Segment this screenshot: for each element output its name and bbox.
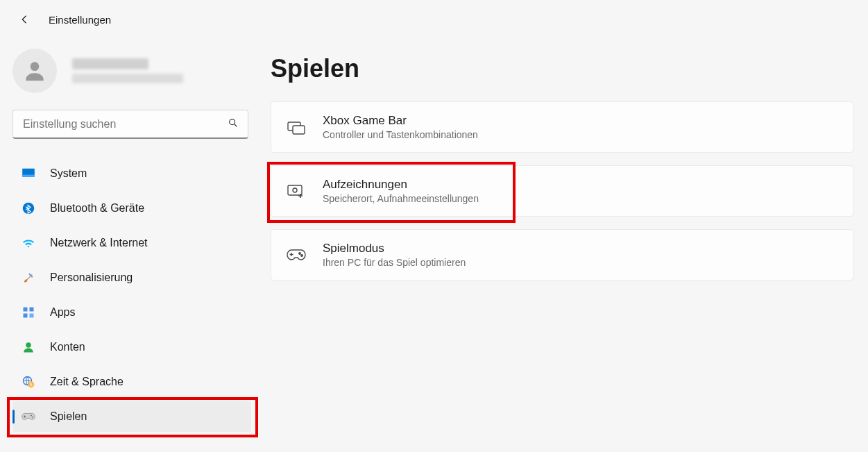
user-profile[interactable] [12, 42, 251, 110]
search-input[interactable] [12, 110, 248, 139]
svg-rect-6 [30, 308, 34, 312]
settings-cards: Xbox Game Bar Controller und Tastenkombi… [271, 101, 868, 281]
user-icon [21, 340, 36, 355]
svg-rect-16 [288, 185, 302, 195]
back-button[interactable] [18, 12, 32, 26]
wifi-icon [21, 235, 36, 251]
nav-item-apps[interactable]: Apps [12, 297, 251, 328]
globe-clock-icon [21, 374, 36, 390]
svg-rect-7 [24, 314, 28, 318]
card-subtitle: Ihren PC für das Spiel optimieren [323, 257, 466, 268]
user-name-redacted [72, 58, 148, 69]
card-subtitle: Controller und Tastenkombinationen [323, 129, 478, 140]
bluetooth-icon [21, 201, 36, 216]
app-title: Einstellungen [49, 14, 111, 26]
nav-label: Spielen [50, 410, 87, 423]
user-email-redacted [72, 74, 183, 83]
svg-rect-5 [24, 308, 28, 312]
nav-label: Bluetooth & Geräte [50, 202, 144, 215]
card-xbox-game-bar[interactable]: Xbox Game Bar Controller und Tastenkombi… [271, 101, 853, 153]
svg-point-17 [293, 188, 297, 192]
card-subtitle: Speicherort, Aufnahmeeinstellungen [323, 193, 479, 204]
page-title: Spielen [271, 54, 868, 83]
svg-rect-15 [293, 126, 305, 134]
avatar [12, 49, 57, 93]
gamepad-icon [21, 409, 36, 424]
nav-item-bluetooth[interactable]: Bluetooth & Geräte [12, 193, 251, 224]
brush-icon [21, 270, 36, 285]
card-title: Xbox Game Bar [323, 114, 478, 128]
card-title: Spielmodus [323, 242, 466, 256]
nav-label: System [50, 167, 87, 180]
xbox-bar-icon [287, 117, 306, 137]
svg-point-12 [31, 415, 32, 416]
main-content: Spielen Xbox Game Bar Controller und Tas… [264, 33, 868, 432]
nav-label: Zeit & Sprache [50, 376, 124, 388]
svg-point-9 [26, 342, 31, 348]
controller-icon [287, 245, 306, 265]
svg-point-0 [31, 62, 40, 71]
capture-icon [287, 181, 306, 201]
card-title: Aufzeichnungen [323, 178, 479, 192]
nav-label: Konten [50, 341, 85, 353]
card-game-mode[interactable]: Spielmodus Ihren PC für das Spiel optimi… [271, 229, 853, 281]
nav-label: Netzwerk & Internet [50, 237, 148, 249]
nav-item-system[interactable]: System [12, 158, 251, 189]
apps-icon [21, 305, 36, 320]
card-captures[interactable]: Aufzeichnungen Speicherort, Aufnahmeeins… [271, 165, 853, 217]
nav-list: System Bluetooth & Geräte Netzwerk & Int… [12, 158, 251, 432]
monitor-icon [21, 166, 36, 181]
svg-point-19 [301, 255, 303, 256]
svg-point-18 [299, 253, 300, 254]
sidebar: System Bluetooth & Geräte Netzwerk & Int… [0, 33, 264, 432]
nav-item-time-language[interactable]: Zeit & Sprache [12, 367, 251, 397]
svg-point-13 [32, 417, 33, 418]
nav-label: Apps [50, 306, 75, 319]
user-meta [72, 58, 183, 83]
nav-item-personalization[interactable]: Personalisierung [12, 262, 251, 293]
svg-rect-3 [22, 175, 35, 177]
nav-item-accounts[interactable]: Konten [12, 332, 251, 362]
nav-item-gaming[interactable]: Spielen [12, 401, 251, 432]
svg-rect-8 [30, 314, 34, 318]
nav-label: Personalisierung [50, 271, 133, 284]
nav-item-network[interactable]: Netzwerk & Internet [12, 228, 251, 258]
